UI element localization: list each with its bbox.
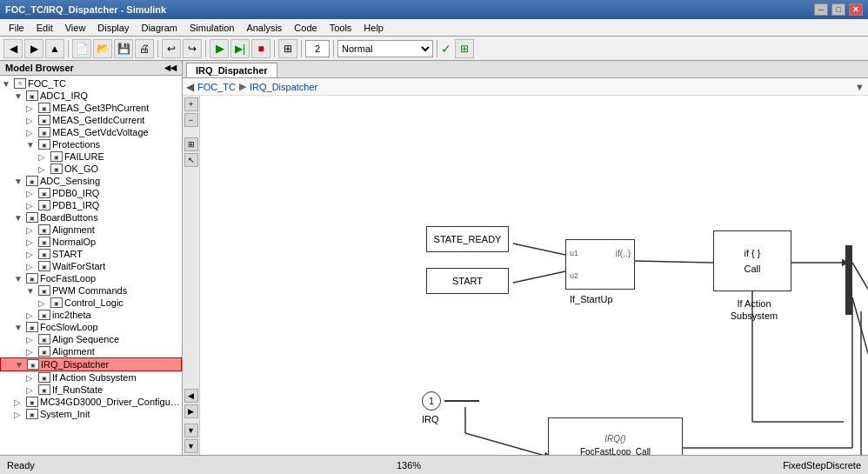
tree-item-ifrunstate[interactable]: ▷ ▣ If_RunState xyxy=(0,384,182,396)
zoom-out-btn[interactable]: − xyxy=(184,113,198,127)
tree-item-pdb0[interactable]: ▷ ▣ PDB0_IRQ xyxy=(0,187,182,199)
tab-irq-dispatcher[interactable]: IRQ_Dispatcher xyxy=(186,63,277,77)
toggle-ifrun[interactable]: ▷ xyxy=(26,385,38,395)
model-tree[interactable]: ▼ S FOC_TC ▼ ▣ ADC1_IRQ ▷ ▣ MEAS_Get3PhC… xyxy=(0,76,182,455)
toggle-start[interactable]: ▷ xyxy=(26,250,38,259)
breadcrumb-dropdown[interactable]: ▼ xyxy=(855,82,865,92)
arrow-tool-btn[interactable]: ↖ xyxy=(184,153,198,167)
tree-item-foc-tc[interactable]: ▼ S FOC_TC xyxy=(0,77,182,90)
tree-item-focfastloop[interactable]: ▼ ▣ FocFastLoop xyxy=(0,272,182,284)
toggle-fail[interactable]: ▷ xyxy=(38,152,50,162)
menu-file[interactable]: File xyxy=(3,21,30,35)
tree-item-pdb1[interactable]: ▷ ▣ PDB1_IRQ xyxy=(0,199,182,211)
block-state-ready[interactable]: STATE_READY xyxy=(426,226,509,252)
block-if-action[interactable]: if { } Call xyxy=(713,230,791,291)
fit-button[interactable]: ⊞ xyxy=(278,39,297,58)
toggle-focslow[interactable]: ▼ xyxy=(14,323,26,332)
toggle-inc2theta[interactable]: ▷ xyxy=(26,310,38,320)
toggle-normalop[interactable]: ▷ xyxy=(26,237,38,247)
tree-item-pwmcmds[interactable]: ▼ ▣ PWM Commands xyxy=(0,284,182,297)
tree-item-protections[interactable]: ▼ ▣ Protections xyxy=(0,138,182,150)
toggle-meas3ph[interactable]: ▷ xyxy=(26,103,38,113)
up-button[interactable]: ▲ xyxy=(45,39,64,58)
toggle-sysinit[interactable]: ▷ xyxy=(14,410,26,419)
menu-analysis[interactable]: Analysis xyxy=(241,21,287,35)
toggle-adcsensing[interactable]: ▼ xyxy=(14,177,26,186)
toggle-ctrl[interactable]: ▷ xyxy=(38,298,50,308)
toggle-ok[interactable]: ▷ xyxy=(38,164,50,174)
tree-item-alignment2[interactable]: ▷ ▣ Alignment xyxy=(0,345,182,357)
toggle-pdb0[interactable]: ▷ xyxy=(26,189,38,198)
zoom-input[interactable] xyxy=(305,40,330,57)
down-btn[interactable]: ▼ xyxy=(184,424,198,437)
toggle-alignseq[interactable]: ▷ xyxy=(26,335,38,344)
menu-help[interactable]: Help xyxy=(358,21,389,35)
toggle-align2[interactable]: ▷ xyxy=(26,347,38,357)
tree-item-mc34gd3000[interactable]: ▷ ▣ MC34GD3000_Driver_Configuration xyxy=(0,396,182,408)
tree-item-waitforstart[interactable]: ▷ ▣ WaitForStart xyxy=(0,260,182,272)
redo-button[interactable]: ↪ xyxy=(183,39,202,58)
breadcrumb-nav-left[interactable]: ◀ xyxy=(186,81,194,93)
new-button[interactable]: 📄 xyxy=(72,39,91,58)
down2-btn[interactable]: ▼ xyxy=(184,439,198,453)
run-button[interactable]: ▶ xyxy=(210,39,229,58)
tree-item-alignseq[interactable]: ▷ ▣ Align Sequence xyxy=(0,333,182,345)
close-button[interactable]: ✕ xyxy=(849,3,863,16)
breadcrumb-foc-tc[interactable]: FOC_TC xyxy=(197,82,236,92)
toggle-irqd[interactable]: ▼ xyxy=(15,360,27,370)
toggle-measidc[interactable]: ▷ xyxy=(26,116,38,125)
tree-item-failure[interactable]: ▷ ▣ FAILURE xyxy=(0,150,182,163)
toggle-boardbtns[interactable]: ▼ xyxy=(14,213,26,223)
panel-collapse-arrow[interactable]: ◀◀ xyxy=(164,63,177,72)
back-button[interactable]: ◀ xyxy=(3,39,23,58)
toggle-wfs[interactable]: ▷ xyxy=(26,262,38,271)
menu-simulation[interactable]: Simulation xyxy=(184,21,239,35)
save-button[interactable]: 💾 xyxy=(114,39,133,58)
tree-item-start[interactable]: ▷ ▣ START xyxy=(0,248,182,260)
tree-item-boardbtns[interactable]: ▼ ▣ BoardButtons xyxy=(0,211,182,224)
block-start[interactable]: START xyxy=(426,268,509,294)
open-button[interactable]: 📂 xyxy=(93,39,112,58)
tree-item-measidc[interactable]: ▷ ▣ MEAS_GetIdcCurrent xyxy=(0,114,182,126)
stop-button[interactable]: ■ xyxy=(251,39,270,58)
fit-all-btn[interactable]: ⊞ xyxy=(184,137,198,151)
block-if-startup[interactable]: if(..) u1 u2 xyxy=(565,239,635,290)
simulation-mode-select[interactable]: Normal Accelerator Rapid Accelerator xyxy=(337,40,433,57)
menu-diagram[interactable]: Diagram xyxy=(136,21,183,35)
tree-item-adc-sensing[interactable]: ▼ ▣ ADC_Sensing xyxy=(0,175,182,187)
navigate-left-btn[interactable]: ◀ xyxy=(184,389,198,403)
diagram-canvas[interactable]: STATE_READY START if(..) u1 u2 If_StartU… xyxy=(200,96,868,455)
tree-item-meas3ph[interactable]: ▷ ▣ MEAS_Get3PhCurrent xyxy=(0,102,182,114)
inport-irq[interactable]: 1 xyxy=(422,391,479,411)
breadcrumb-irq[interactable]: IRQ_Dispatcher xyxy=(250,82,317,92)
toggle-prot[interactable]: ▼ xyxy=(26,140,38,150)
tree-item-sysinit[interactable]: ▷ ▣ System_Init xyxy=(0,408,182,420)
tree-item-ok-go[interactable]: ▷ ▣ OK_GO xyxy=(0,163,182,175)
menu-tools[interactable]: Tools xyxy=(324,21,357,35)
tree-item-measvdc[interactable]: ▷ ▣ MEAS_GetVdcVoltage xyxy=(0,126,182,138)
zoom-in-btn[interactable]: + xyxy=(184,97,198,111)
tree-item-normalop[interactable]: ▷ ▣ NormalOp xyxy=(0,236,182,248)
undo-button[interactable]: ↩ xyxy=(162,39,181,58)
block-if-runstate[interactable]: IRQ() FocFastLoop_Call FocSlowLoop_Call xyxy=(548,417,683,455)
tree-item-adc1-irq[interactable]: ▼ ▣ ADC1_IRQ xyxy=(0,90,182,102)
step-button[interactable]: ▶| xyxy=(230,39,250,58)
navigate-right-btn[interactable]: ▶ xyxy=(184,404,198,418)
toggle-pdb1[interactable]: ▷ xyxy=(26,201,38,210)
toggle-mc34[interactable]: ▷ xyxy=(14,397,26,407)
tree-item-ifaction[interactable]: ▷ ▣ If Action Subsystem xyxy=(0,371,182,384)
menu-display[interactable]: Display xyxy=(92,21,134,35)
maximize-button[interactable]: □ xyxy=(831,3,845,16)
toggle-align[interactable]: ▷ xyxy=(26,225,38,235)
minimize-button[interactable]: ─ xyxy=(814,3,828,16)
tree-item-alignment[interactable]: ▷ ▣ Alignment xyxy=(0,224,182,236)
tree-item-ctrllogic[interactable]: ▷ ▣ Control_Logic xyxy=(0,297,182,309)
menu-edit[interactable]: Edit xyxy=(31,21,58,35)
forward-button[interactable]: ▶ xyxy=(24,39,43,58)
toggle-adc1[interactable]: ▼ xyxy=(14,91,26,101)
toggle-focfast[interactable]: ▼ xyxy=(14,274,26,284)
grid-button[interactable]: ⊞ xyxy=(455,39,474,58)
tree-item-inc2theta[interactable]: ▷ ▣ inc2theta xyxy=(0,309,182,321)
toggle-pwm[interactable]: ▼ xyxy=(26,286,38,296)
tree-item-irq-dispatcher[interactable]: ▼ ▣ IRQ_Dispatcher xyxy=(0,357,182,371)
